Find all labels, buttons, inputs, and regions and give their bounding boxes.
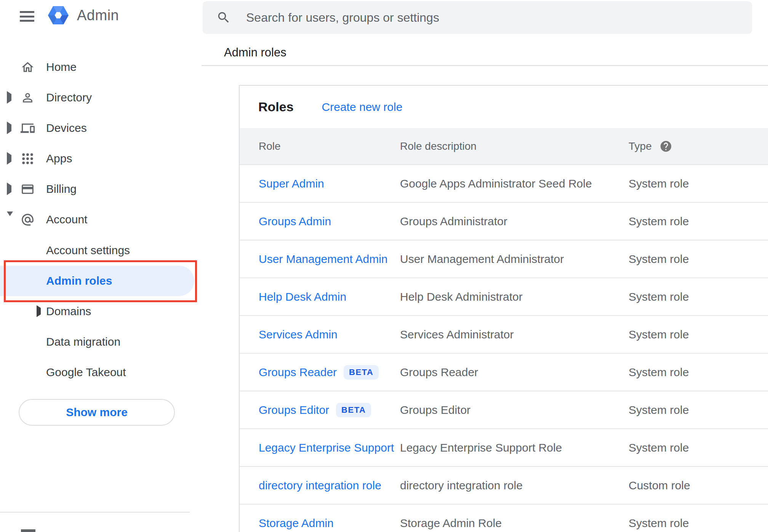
table-row: Services AdminServices AdministratorSyst… — [240, 315, 768, 353]
admin-console-screen: Admin HomeDirectoryDevicesAppsBillingAcc… — [0, 0, 768, 532]
role-description: Legacy Enterprise Support Role — [400, 441, 629, 454]
column-header-description: Role description — [400, 140, 629, 152]
show-more-button[interactable]: Show more — [19, 399, 175, 426]
sidebar-item-directory[interactable]: Directory — [0, 82, 202, 113]
sidebar-item-billing[interactable]: Billing — [0, 174, 202, 204]
create-new-role-link[interactable]: Create new role — [322, 101, 403, 114]
admin-hexagon-icon — [48, 6, 69, 24]
sidebar-subitem-domains[interactable]: Domains — [0, 296, 202, 327]
logo-text: Admin — [77, 7, 119, 24]
sidebar-item-label: Billing — [46, 183, 77, 195]
role-cell: Super Admin — [259, 177, 400, 190]
table-row: Help Desk AdminHelp Desk AdministratorSy… — [240, 277, 768, 315]
role-cell: Storage Admin — [259, 517, 400, 530]
sidebar-subnav-account: Account settingsAdmin rolesDomainsData m… — [0, 235, 202, 388]
role-description: Groups Editor — [400, 404, 629, 417]
help-icon[interactable] — [659, 140, 672, 153]
header-divider — [202, 65, 768, 66]
sidebar: Admin HomeDirectoryDevicesAppsBillingAcc… — [0, 0, 202, 532]
column-header-type: Type — [629, 140, 652, 152]
search-input[interactable] — [203, 1, 752, 34]
column-header-role: Role — [259, 140, 400, 152]
sidebar-item-label: Devices — [46, 122, 87, 135]
role-link[interactable]: Groups Editor — [259, 404, 329, 417]
sidebar-subitem-admin-roles[interactable]: Admin roles — [0, 266, 202, 296]
table-row: Groups AdminGroups AdministratorSystem r… — [240, 202, 768, 240]
expand-arrow-icon[interactable] — [7, 155, 11, 162]
table-row: Legacy Enterprise SupportLegacy Enterpri… — [240, 428, 768, 466]
role-description: directory integration role — [400, 479, 629, 492]
sidebar-item-label: Home — [46, 61, 77, 74]
sidebar-divider — [0, 512, 190, 513]
role-cell: Help Desk Admin — [259, 290, 400, 303]
role-type: System role — [629, 517, 768, 530]
role-link[interactable]: Super Admin — [259, 177, 324, 190]
expand-arrow-icon[interactable] — [7, 186, 11, 192]
admin-logo[interactable]: Admin — [48, 6, 119, 24]
apps-grid-icon — [20, 151, 35, 166]
hamburger-menu-icon[interactable] — [20, 11, 34, 22]
role-cell: Legacy Enterprise Support — [259, 441, 400, 454]
partial-bottom-icon — [21, 529, 35, 532]
role-description: Services Administrator — [400, 328, 629, 341]
role-type: System role — [629, 177, 768, 190]
sidebar-item-account[interactable]: Account — [0, 204, 202, 235]
role-link[interactable]: Storage Admin — [259, 517, 334, 530]
beta-badge: BETA — [344, 365, 379, 380]
role-type: Custom role — [629, 479, 768, 492]
role-link[interactable]: User Management Admin — [259, 253, 388, 266]
sidebar-item-apps[interactable]: Apps — [0, 143, 202, 174]
role-link[interactable]: Legacy Enterprise Support — [259, 441, 394, 454]
table-row: Storage AdminStorage Admin RoleSystem ro… — [240, 504, 768, 532]
role-description: Groups Reader — [400, 366, 629, 379]
role-cell: Groups ReaderBETA — [259, 365, 400, 380]
table-row: Super AdminGoogle Apps Administrator See… — [240, 164, 768, 202]
sidebar-item-home[interactable]: Home — [0, 52, 202, 82]
sidebar-subitem-label: Data migration — [46, 335, 120, 348]
table-row: directory integration roledirectory inte… — [240, 466, 768, 504]
role-type: System role — [629, 328, 768, 341]
sidebar-subitem-data-migration[interactable]: Data migration — [0, 327, 202, 357]
devices-icon — [20, 120, 35, 136]
credit-card-icon — [20, 181, 35, 197]
roles-card-header: Roles Create new role — [240, 86, 768, 128]
role-type: System role — [629, 290, 768, 303]
expand-arrow-icon[interactable] — [37, 308, 41, 315]
role-type: System role — [629, 366, 768, 379]
role-link[interactable]: Help Desk Admin — [259, 290, 346, 303]
table-body: Super AdminGoogle Apps Administrator See… — [240, 164, 768, 532]
sidebar-nav: HomeDirectoryDevicesAppsBillingAccount — [0, 52, 202, 235]
table-row: Groups ReaderBETAGroups ReaderSystem rol… — [240, 353, 768, 391]
expand-arrow-icon[interactable] — [7, 94, 11, 101]
sidebar-item-label: Account — [46, 213, 87, 226]
collapse-arrow-icon[interactable] — [7, 216, 13, 223]
role-cell: Services Admin — [259, 328, 400, 341]
role-type: System role — [629, 215, 768, 228]
role-type: System role — [629, 404, 768, 417]
role-link[interactable]: directory integration role — [259, 479, 381, 492]
page-title: Roles — [258, 99, 294, 114]
sidebar-subitem-label: Admin roles — [46, 274, 112, 287]
role-link[interactable]: Groups Admin — [259, 215, 331, 228]
role-type: System role — [629, 441, 768, 454]
role-description: User Management Administrator — [400, 253, 629, 266]
sidebar-subitem-account-settings[interactable]: Account settings — [0, 235, 202, 266]
sidebar-item-label: Directory — [46, 91, 92, 104]
sidebar-subitem-label: Account settings — [46, 244, 130, 257]
expand-arrow-icon[interactable] — [7, 125, 11, 131]
search-bar[interactable] — [203, 1, 752, 34]
role-description: Storage Admin Role — [400, 517, 629, 530]
role-cell: directory integration role — [259, 479, 400, 492]
sidebar-subitem-google-takeout[interactable]: Google Takeout — [0, 357, 202, 388]
role-description: Help Desk Administrator — [400, 290, 629, 303]
sidebar-subitem-label: Domains — [46, 305, 91, 318]
role-link[interactable]: Services Admin — [259, 328, 338, 341]
role-description: Groups Administrator — [400, 215, 629, 228]
sidebar-item-devices[interactable]: Devices — [0, 113, 202, 143]
home-icon — [20, 59, 35, 75]
role-cell: Groups Admin — [259, 215, 400, 228]
sidebar-subitem-label: Google Takeout — [46, 366, 126, 379]
role-link[interactable]: Groups Reader — [259, 366, 337, 379]
role-cell: Groups EditorBETA — [259, 403, 400, 417]
table-header-row: Role Role description Type — [240, 128, 768, 164]
